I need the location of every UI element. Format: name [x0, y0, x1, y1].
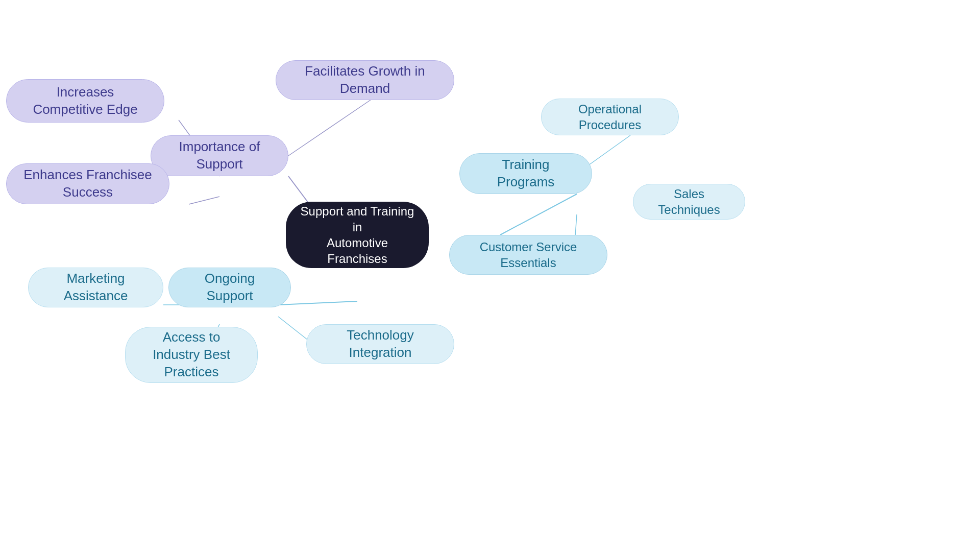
sales-techniques-label: Sales Techniques	[648, 186, 730, 218]
technology-integration-node: Technology Integration	[306, 324, 454, 364]
operational-procedures-node: Operational Procedures	[541, 99, 679, 135]
center-node: Support and Training in Automotive Franc…	[286, 202, 429, 268]
technology-integration-label: Technology Integration	[321, 327, 439, 362]
importance-of-support-node: Importance of Support	[151, 135, 288, 176]
svg-line-3	[189, 197, 219, 204]
ongoing-support-label: Ongoing Support	[183, 270, 276, 305]
access-industry-label: Access to Industry Best Practices	[140, 329, 243, 380]
access-industry-node: Access to Industry Best Practices	[125, 327, 258, 383]
customer-service-label: Customer Service Essentials	[464, 239, 593, 271]
enhances-franchisee-node: Enhances Franchisee Success	[6, 163, 169, 204]
customer-service-node: Customer Service Essentials	[449, 235, 607, 275]
facilitates-growth-node: Facilitates Growth in Demand	[276, 60, 454, 100]
training-programs-label: Training Programs	[474, 156, 577, 191]
marketing-assistance-label: Marketing Assistance	[43, 270, 149, 305]
increases-competitive-edge-node: Increases Competitive Edge	[6, 79, 164, 123]
svg-line-2	[288, 99, 373, 156]
marketing-assistance-node: Marketing Assistance	[28, 268, 163, 307]
svg-line-8	[278, 301, 357, 305]
ongoing-support-node: Ongoing Support	[168, 268, 291, 307]
operational-procedures-label: Operational Procedures	[556, 101, 664, 133]
training-programs-node: Training Programs	[459, 153, 592, 194]
importance-of-support-label: Importance of Support	[165, 138, 274, 173]
enhances-franchisee-label: Enhances Franchisee Success	[21, 166, 155, 201]
center-node-label: Support and Training in Automotive Franc…	[300, 203, 414, 267]
sales-techniques-node: Sales Techniques	[633, 184, 745, 220]
facilitates-growth-label: Facilitates Growth in Demand	[290, 63, 439, 98]
svg-line-4	[500, 194, 577, 235]
increases-competitive-edge-label: Increases Competitive Edge	[21, 84, 150, 118]
